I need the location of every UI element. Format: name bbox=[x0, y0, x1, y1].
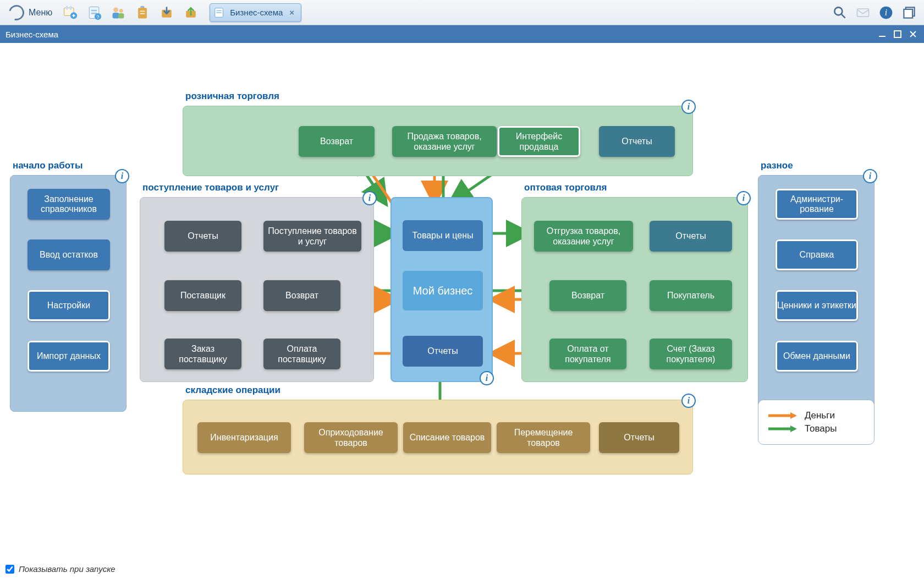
svg-rect-12 bbox=[118, 13, 124, 18]
svg-rect-20 bbox=[217, 10, 222, 11]
opt-admin[interactable]: Администри- рование bbox=[776, 189, 858, 220]
info-icon[interactable]: i bbox=[877, 3, 895, 22]
window-title: Бизнес-схема bbox=[6, 30, 58, 39]
node-stock-in[interactable]: Оприходование товаров bbox=[304, 422, 398, 453]
opt-exchange[interactable]: Обмен данными bbox=[776, 341, 858, 372]
legend-money: Деньги bbox=[768, 410, 864, 421]
node-stock-reports[interactable]: Отчеты bbox=[599, 422, 679, 453]
region-center: i Товары и цены Мой бизнес Отчеты bbox=[391, 197, 493, 382]
svg-point-11 bbox=[119, 9, 123, 13]
toolbar-icon-1[interactable] bbox=[61, 4, 79, 21]
svg-rect-30 bbox=[894, 31, 901, 37]
legend-goods: Товары bbox=[768, 423, 864, 434]
node-ship-goods[interactable]: Отгрузка товаров, оказание услуг bbox=[534, 221, 633, 252]
mail-icon[interactable] bbox=[854, 3, 872, 22]
svg-text:?: ? bbox=[97, 14, 100, 19]
node-inventory[interactable]: Инвентаризация bbox=[197, 422, 291, 453]
svg-rect-10 bbox=[113, 13, 119, 19]
node-retail-return[interactable]: Возврат bbox=[299, 126, 375, 157]
region-supply-title: поступление товаров и услуг bbox=[142, 182, 279, 193]
window-titlebar: Бизнес-схема bbox=[0, 25, 924, 43]
region-retail-title: розничная торговля bbox=[185, 91, 279, 102]
info-icon[interactable]: i bbox=[115, 169, 129, 183]
document-tab-close[interactable]: × bbox=[287, 8, 296, 17]
svg-rect-2 bbox=[70, 6, 72, 9]
region-misc: разное i Администри- рование Справка Цен… bbox=[758, 175, 875, 412]
node-goods-prices[interactable]: Товары и цены bbox=[403, 220, 483, 251]
node-my-business[interactable]: Мой бизнес bbox=[403, 271, 483, 310]
show-on-start-row: Показывать при запуске bbox=[6, 564, 116, 574]
opt-import[interactable]: Импорт данных bbox=[28, 341, 110, 372]
svg-point-9 bbox=[114, 7, 119, 12]
svg-rect-1 bbox=[66, 6, 68, 9]
node-whole-return[interactable]: Возврат bbox=[549, 280, 626, 311]
info-icon[interactable]: i bbox=[681, 100, 696, 114]
document-tab-icon bbox=[213, 7, 226, 19]
opt-enter-rests[interactable]: Ввод остатков bbox=[28, 239, 110, 270]
maximize-button[interactable] bbox=[892, 29, 903, 40]
svg-rect-16 bbox=[140, 13, 145, 14]
region-supply: поступление товаров и услуг i Отчеты Пос… bbox=[140, 197, 374, 382]
toolbar-icon-4[interactable] bbox=[134, 4, 151, 21]
region-wholesale-title: оптовая торговля bbox=[524, 182, 607, 193]
node-writeoff[interactable]: Списание товаров bbox=[403, 422, 491, 453]
region-start-title: начало работы bbox=[13, 160, 82, 171]
document-tab-title: Бизнес-схема bbox=[230, 8, 283, 17]
svg-rect-5 bbox=[91, 9, 97, 11]
node-seller-ui[interactable]: Интерфейс продавца bbox=[498, 126, 580, 157]
show-on-start-label: Показывать при запуске bbox=[19, 564, 116, 574]
svg-rect-21 bbox=[217, 12, 222, 13]
svg-text:i: i bbox=[885, 8, 887, 17]
show-on-start-checkbox[interactable] bbox=[6, 565, 14, 574]
svg-rect-28 bbox=[904, 9, 912, 18]
node-retail-reports[interactable]: Отчеты bbox=[599, 126, 675, 157]
svg-rect-15 bbox=[140, 10, 145, 12]
node-goods-in[interactable]: Поступление товаров и услуг bbox=[263, 221, 361, 252]
svg-line-23 bbox=[842, 14, 845, 18]
node-supplier-order[interactable]: Заказ поставщику bbox=[164, 339, 241, 369]
app-toolbar: Меню ? Бизнес-схема × i bbox=[0, 0, 924, 25]
info-icon[interactable]: i bbox=[736, 191, 751, 205]
toolbar-icon-2[interactable]: ? bbox=[85, 4, 103, 21]
region-stock: складские операции i Инвентаризация Опри… bbox=[183, 400, 693, 475]
region-wholesale: оптовая торговля i Отгрузка товаров, ока… bbox=[521, 197, 748, 382]
opt-labels[interactable]: Ценники и этикетки bbox=[776, 290, 858, 321]
region-start: начало работы i Заполнение справочников … bbox=[10, 175, 127, 412]
node-buyer-pay[interactable]: Оплата от покупателя bbox=[549, 339, 626, 369]
node-supply-return[interactable]: Возврат bbox=[263, 280, 340, 311]
opt-fill-dirs[interactable]: Заполнение справочников bbox=[28, 189, 110, 220]
toolbar-icon-6[interactable] bbox=[182, 4, 200, 21]
document-tab[interactable]: Бизнес-схема × bbox=[210, 3, 301, 22]
app-logo-icon bbox=[6, 2, 27, 23]
node-center-reports[interactable]: Отчеты bbox=[403, 336, 483, 367]
node-move-goods[interactable]: Перемещение товаров bbox=[497, 422, 590, 453]
node-whole-reports[interactable]: Отчеты bbox=[650, 221, 732, 252]
svg-point-22 bbox=[834, 7, 842, 15]
diagram-canvas: начало работы i Заполнение справочников … bbox=[0, 43, 924, 578]
info-icon[interactable]: i bbox=[362, 191, 377, 205]
svg-rect-24 bbox=[857, 9, 869, 17]
info-icon[interactable]: i bbox=[863, 169, 877, 183]
node-supply-reports[interactable]: Отчеты bbox=[164, 221, 241, 252]
region-stock-title: складские операции bbox=[185, 385, 280, 396]
close-button[interactable] bbox=[908, 29, 919, 40]
region-misc-title: разное bbox=[761, 160, 793, 171]
search-icon[interactable] bbox=[831, 3, 849, 22]
menu-label: Меню bbox=[29, 8, 52, 18]
main-menu-button[interactable]: Меню bbox=[3, 3, 58, 23]
toolbar-icon-3[interactable] bbox=[109, 4, 127, 21]
region-retail: розничная торговля i Возврат Продажа тов… bbox=[183, 106, 693, 176]
info-icon[interactable]: i bbox=[681, 394, 696, 408]
node-retail-sale[interactable]: Продажа товаров, оказание услуг bbox=[392, 126, 497, 157]
node-buyer[interactable]: Покупатель bbox=[650, 280, 732, 311]
opt-settings[interactable]: Настройки bbox=[28, 290, 110, 321]
node-supplier-pay[interactable]: Оплата поставщику bbox=[263, 339, 340, 369]
opt-help[interactable]: Справка bbox=[776, 239, 858, 270]
legend-box: Деньги Товары bbox=[758, 400, 875, 445]
windows-icon[interactable] bbox=[900, 3, 919, 22]
node-buyer-order[interactable]: Счет (Заказ покупателя) bbox=[650, 339, 732, 369]
info-icon[interactable]: i bbox=[480, 371, 494, 385]
toolbar-icon-5[interactable] bbox=[158, 4, 175, 21]
minimize-button[interactable] bbox=[877, 29, 888, 40]
node-supplier[interactable]: Поставщик bbox=[164, 280, 241, 311]
